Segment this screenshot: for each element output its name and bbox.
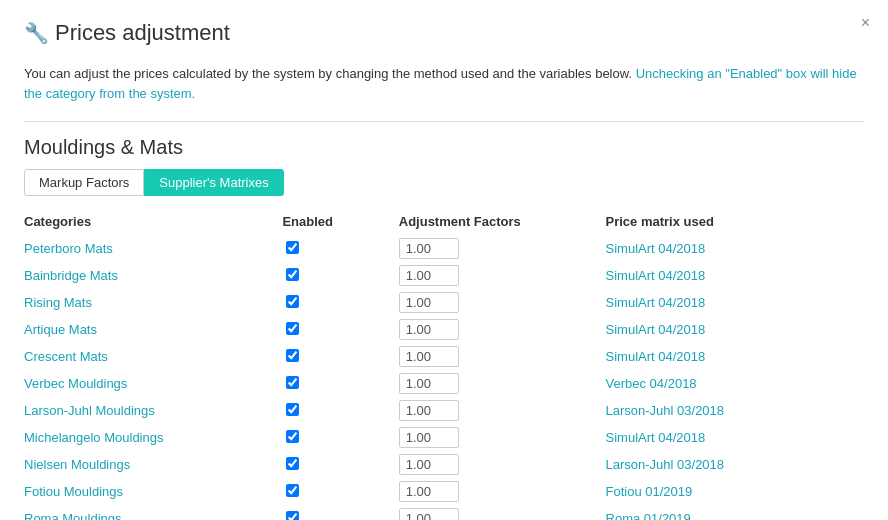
tab-markup[interactable]: Markup Factors: [24, 169, 144, 196]
col-matrix: Price matrix used: [606, 210, 864, 235]
factor-input[interactable]: [399, 346, 459, 367]
matrix-cell[interactable]: SimulArt 04/2018: [606, 235, 864, 262]
page-title: Prices adjustment: [55, 20, 230, 46]
title-row: 🔧 Prices adjustment: [24, 20, 864, 46]
category-cell[interactable]: Bainbridge Mats: [24, 262, 282, 289]
category-cell[interactable]: Verbec Mouldings: [24, 370, 282, 397]
factor-input[interactable]: [399, 319, 459, 340]
enabled-cell[interactable]: [282, 316, 398, 343]
enabled-cell[interactable]: [282, 235, 398, 262]
enabled-checkbox[interactable]: [286, 511, 299, 521]
matrix-cell[interactable]: SimulArt 04/2018: [606, 289, 864, 316]
table-row: Crescent MatsSimulArt 04/2018: [24, 343, 864, 370]
factor-cell[interactable]: [399, 505, 606, 520]
matrix-cell[interactable]: SimulArt 04/2018: [606, 424, 864, 451]
factor-cell[interactable]: [399, 343, 606, 370]
factor-input[interactable]: [399, 265, 459, 286]
tab-bar: Markup Factors Supplier's Matrixes: [24, 169, 864, 196]
enabled-checkbox[interactable]: [286, 295, 299, 308]
category-cell[interactable]: Roma Mouldings: [24, 505, 282, 520]
factor-input[interactable]: [399, 481, 459, 502]
factor-cell[interactable]: [399, 451, 606, 478]
factor-cell[interactable]: [399, 478, 606, 505]
enabled-checkbox[interactable]: [286, 484, 299, 497]
section-title: Mouldings & Mats: [24, 136, 864, 159]
table-row: Roma MouldingsRoma 01/2019: [24, 505, 864, 520]
factor-cell[interactable]: [399, 370, 606, 397]
tab-supplier[interactable]: Supplier's Matrixes: [144, 169, 283, 196]
factor-input[interactable]: [399, 238, 459, 259]
table-row: Nielsen MouldingsLarson-Juhl 03/2018: [24, 451, 864, 478]
table-row: Peterboro MatsSimulArt 04/2018: [24, 235, 864, 262]
factor-cell[interactable]: [399, 316, 606, 343]
category-cell[interactable]: Michelangelo Mouldings: [24, 424, 282, 451]
category-cell[interactable]: Nielsen Mouldings: [24, 451, 282, 478]
matrix-cell[interactable]: SimulArt 04/2018: [606, 343, 864, 370]
factor-input[interactable]: [399, 454, 459, 475]
col-adjustment: Adjustment Factors: [399, 210, 606, 235]
enabled-checkbox[interactable]: [286, 457, 299, 470]
enabled-cell[interactable]: [282, 397, 398, 424]
enabled-cell[interactable]: [282, 505, 398, 520]
factor-input[interactable]: [399, 373, 459, 394]
enabled-cell[interactable]: [282, 262, 398, 289]
table-row: Fotiou MouldingsFotiou 01/2019: [24, 478, 864, 505]
enabled-checkbox[interactable]: [286, 241, 299, 254]
matrix-cell[interactable]: Fotiou 01/2019: [606, 478, 864, 505]
price-table: Categories Enabled Adjustment Factors Pr…: [24, 210, 864, 520]
table-row: Verbec MouldingsVerbec 04/2018: [24, 370, 864, 397]
enabled-cell[interactable]: [282, 478, 398, 505]
factor-cell[interactable]: [399, 262, 606, 289]
factor-input[interactable]: [399, 292, 459, 313]
enabled-cell[interactable]: [282, 289, 398, 316]
enabled-checkbox[interactable]: [286, 403, 299, 416]
table-row: Artique MatsSimulArt 04/2018: [24, 316, 864, 343]
factor-input[interactable]: [399, 508, 459, 520]
factor-input[interactable]: [399, 427, 459, 448]
table-row: Bainbridge MatsSimulArt 04/2018: [24, 262, 864, 289]
table-row: Rising MatsSimulArt 04/2018: [24, 289, 864, 316]
matrix-cell[interactable]: Larson-Juhl 03/2018: [606, 451, 864, 478]
category-cell[interactable]: Crescent Mats: [24, 343, 282, 370]
table-row: Larson-Juhl MouldingsLarson-Juhl 03/2018: [24, 397, 864, 424]
category-cell[interactable]: Peterboro Mats: [24, 235, 282, 262]
table-row: Michelangelo MouldingsSimulArt 04/2018: [24, 424, 864, 451]
close-button[interactable]: ×: [861, 14, 870, 32]
factor-cell[interactable]: [399, 289, 606, 316]
category-cell[interactable]: Rising Mats: [24, 289, 282, 316]
enabled-cell[interactable]: [282, 424, 398, 451]
enabled-checkbox[interactable]: [286, 349, 299, 362]
col-categories: Categories: [24, 210, 282, 235]
matrix-cell[interactable]: SimulArt 04/2018: [606, 316, 864, 343]
divider: [24, 121, 864, 122]
factor-input[interactable]: [399, 400, 459, 421]
enabled-cell[interactable]: [282, 343, 398, 370]
enabled-checkbox[interactable]: [286, 376, 299, 389]
category-cell[interactable]: Larson-Juhl Mouldings: [24, 397, 282, 424]
matrix-cell[interactable]: Larson-Juhl 03/2018: [606, 397, 864, 424]
enabled-checkbox[interactable]: [286, 430, 299, 443]
matrix-cell[interactable]: SimulArt 04/2018: [606, 262, 864, 289]
matrix-cell[interactable]: Verbec 04/2018: [606, 370, 864, 397]
enabled-checkbox[interactable]: [286, 268, 299, 281]
enabled-cell[interactable]: [282, 451, 398, 478]
description: You can adjust the prices calculated by …: [24, 64, 864, 103]
factor-cell[interactable]: [399, 397, 606, 424]
category-cell[interactable]: Fotiou Mouldings: [24, 478, 282, 505]
enabled-checkbox[interactable]: [286, 322, 299, 335]
matrix-cell[interactable]: Roma 01/2019: [606, 505, 864, 520]
factor-cell[interactable]: [399, 424, 606, 451]
enabled-cell[interactable]: [282, 370, 398, 397]
factor-cell[interactable]: [399, 235, 606, 262]
wrench-icon: 🔧: [24, 21, 49, 45]
col-enabled: Enabled: [282, 210, 398, 235]
category-cell[interactable]: Artique Mats: [24, 316, 282, 343]
